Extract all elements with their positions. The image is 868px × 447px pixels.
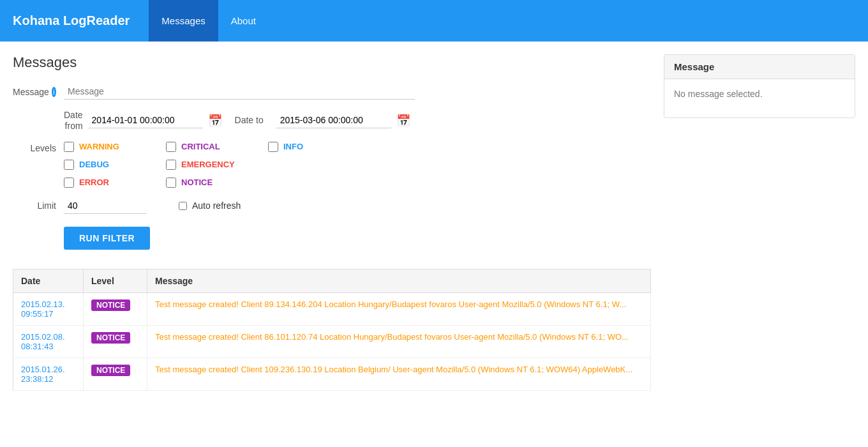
table-row[interactable]: 2015.01.26.23:38:12NOTICETest message cr… xyxy=(13,358,651,390)
date-to-label: Date to xyxy=(235,115,264,126)
nav-messages[interactable]: Messages xyxy=(149,0,218,42)
date-from-label: Datefrom xyxy=(64,110,83,132)
table-body: 2015.02.13.09:55:17NOTICETest message cr… xyxy=(13,292,651,390)
cell-message: Test message created! Client 109.236.130… xyxy=(147,358,651,390)
level-emergency-checkbox[interactable] xyxy=(166,160,176,170)
cell-date: 2015.02.13.09:55:17 xyxy=(13,292,84,325)
content-area: Messages Message i Datefrom 📅 xyxy=(13,54,651,391)
level-critical-label: CRITICAL xyxy=(181,142,220,151)
message-panel-card: Message No message selected. xyxy=(664,54,855,118)
col-message: Message xyxy=(147,269,651,292)
cell-date: 2015.02.08.08:31:43 xyxy=(13,325,84,358)
table-header-row: Date Level Message xyxy=(13,269,651,292)
level-info-item[interactable]: INFO xyxy=(268,142,370,152)
message-panel: Message No message selected. xyxy=(664,54,855,391)
level-error-label: ERROR xyxy=(79,178,109,187)
levels-label: Levels xyxy=(13,142,64,153)
message-panel-header: Message xyxy=(664,55,855,79)
level-debug-label: DEBUG xyxy=(79,160,109,169)
limit-label: Limit xyxy=(13,201,64,211)
level-notice-item[interactable]: NOTICE xyxy=(166,178,268,188)
auto-refresh-checkbox[interactable] xyxy=(179,202,187,210)
cell-message: Test message created! Client 89.134.146.… xyxy=(147,292,651,325)
level-info-checkbox[interactable] xyxy=(268,142,278,152)
level-error-checkbox[interactable] xyxy=(64,178,74,188)
col-date: Date xyxy=(13,269,84,292)
cell-level: NOTICE xyxy=(84,292,147,325)
auto-refresh-label: Auto refresh xyxy=(192,201,241,211)
table-row[interactable]: 2015.02.13.09:55:17NOTICETest message cr… xyxy=(13,292,651,325)
level-warning-item[interactable]: WARNING xyxy=(64,142,166,152)
level-badge: NOTICE xyxy=(91,332,130,344)
message-row: Message i xyxy=(13,84,651,100)
run-filter-button[interactable]: RUN FILTER xyxy=(64,227,150,250)
level-badge: NOTICE xyxy=(91,365,130,376)
message-panel-empty-text: No message selected. xyxy=(674,89,763,99)
levels-row: Levels WARNING CRITICAL INFO xyxy=(13,142,651,188)
date-from-input[interactable] xyxy=(88,112,203,128)
table-row[interactable]: 2015.02.08.08:31:43NOTICETest message cr… xyxy=(13,325,651,358)
date-to-group: 📅 xyxy=(276,112,410,128)
cell-level: NOTICE xyxy=(84,358,147,390)
table-header: Date Level Message xyxy=(13,269,651,292)
nav-about[interactable]: About xyxy=(218,0,269,42)
level-emergency-label: EMERGENCY xyxy=(181,160,235,169)
level-debug-item[interactable]: DEBUG xyxy=(64,160,166,170)
message-panel-body: No message selected. xyxy=(664,79,855,117)
levels-empty-cell xyxy=(268,160,370,170)
info-icon[interactable]: i xyxy=(52,87,56,97)
level-error-item[interactable]: ERROR xyxy=(64,178,166,188)
cell-level: NOTICE xyxy=(84,325,147,358)
limit-row: Limit Auto refresh xyxy=(13,198,651,214)
date-from-calendar-icon[interactable]: 📅 xyxy=(208,114,222,128)
level-critical-checkbox[interactable] xyxy=(166,142,176,152)
level-warning-checkbox[interactable] xyxy=(64,142,74,152)
limit-input[interactable] xyxy=(64,198,147,214)
cell-message: Test message created! Client 86.101.120.… xyxy=(147,325,651,358)
date-to-input[interactable] xyxy=(276,112,391,128)
levels-grid: WARNING CRITICAL INFO DEBUG xyxy=(64,142,370,188)
col-level: Level xyxy=(84,269,147,292)
level-debug-checkbox[interactable] xyxy=(64,160,74,170)
message-input[interactable] xyxy=(64,84,415,100)
date-row: Datefrom 📅 Date to 📅 xyxy=(13,110,651,132)
level-badge: NOTICE xyxy=(91,299,130,311)
navbar: Kohana LogReader Messages About xyxy=(0,0,868,42)
level-emergency-item[interactable]: EMERGENCY xyxy=(166,160,268,170)
nav-links: Messages About xyxy=(149,0,269,42)
auto-refresh-group: Auto refresh xyxy=(179,201,241,211)
page-title: Messages xyxy=(13,54,651,71)
cell-date: 2015.01.26.23:38:12 xyxy=(13,358,84,390)
brand-title: Kohana LogReader xyxy=(13,13,130,28)
main-container: Messages Message i Datefrom 📅 xyxy=(0,42,868,404)
date-to-calendar-icon[interactable]: 📅 xyxy=(396,114,410,128)
message-label: Message xyxy=(13,87,49,97)
level-info-label: INFO xyxy=(283,142,303,151)
level-notice-label: NOTICE xyxy=(181,178,213,187)
level-warning-label: WARNING xyxy=(79,142,119,151)
level-notice-checkbox[interactable] xyxy=(166,178,176,188)
date-from-group: Datefrom 📅 xyxy=(64,110,222,132)
level-critical-item[interactable]: CRITICAL xyxy=(166,142,268,152)
message-label-group: Message i xyxy=(13,87,64,97)
results-table: Date Level Message 2015.02.13.09:55:17NO… xyxy=(13,269,651,391)
filter-section: Message i Datefrom 📅 Date to xyxy=(13,84,651,262)
